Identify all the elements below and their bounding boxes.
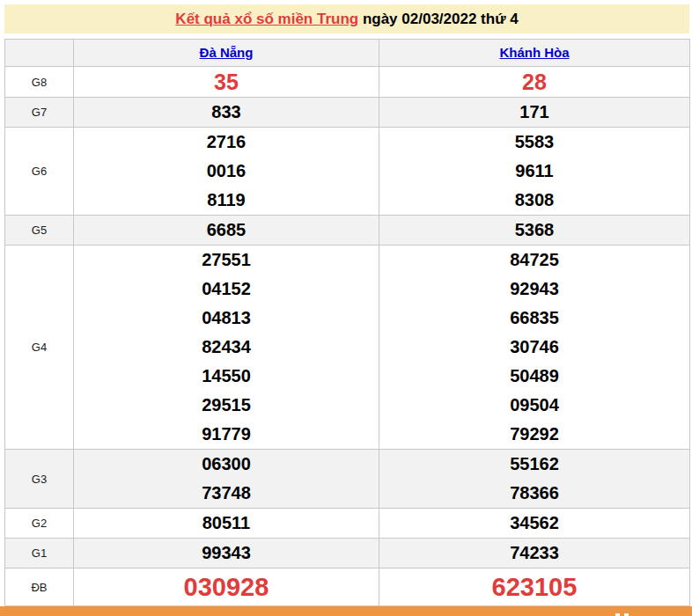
station-link-khanh-hoa[interactable]: Khánh Hòa — [499, 45, 569, 60]
result-cell-g8-da-nang: 35 — [74, 67, 379, 98]
lottery-results-page: Kết quả xổ số miền Trung ngày 02/03/2022… — [4, 4, 689, 606]
result-number: 80511 — [74, 509, 379, 538]
result-number: 28 — [379, 67, 689, 97]
result-cell-g7-khanh-hoa: 171 — [379, 98, 690, 128]
result-number: 34562 — [379, 509, 689, 538]
result-number: 84725 — [379, 246, 689, 275]
result-number: 66835 — [379, 304, 689, 333]
result-cell-g7-da-nang: 833 — [74, 98, 379, 128]
result-number: 91779 — [74, 420, 379, 449]
title-date-text: ngày 02/03/2022 thứ 4 — [358, 11, 518, 27]
result-number: 73748 — [74, 479, 379, 508]
station-header-da-nang: Đà Nẵng — [74, 40, 379, 67]
station-header-khanh-hoa: Khánh Hòa — [379, 40, 690, 67]
result-cell-g1-da-nang: 99343 — [74, 539, 379, 568]
prize-label-g4: G4 — [5, 246, 74, 450]
result-number: 04152 — [74, 275, 379, 304]
result-cell-g8-khanh-hoa: 28 — [379, 67, 690, 98]
prize-label-g2: G2 — [5, 509, 74, 539]
prize-row-g2: G28051134562 — [5, 509, 690, 539]
result-cell-g2-khanh-hoa: 34562 — [379, 509, 690, 539]
result-number: 55162 — [379, 450, 689, 479]
prize-label-db: ĐB — [5, 568, 74, 606]
station-link-da-nang[interactable]: Đà Nẵng — [200, 45, 254, 60]
result-number: 06300 — [74, 450, 379, 479]
result-number: 79292 — [379, 420, 689, 449]
result-cell-db-khanh-hoa: 623105 — [379, 568, 690, 606]
result-number: 09504 — [379, 391, 689, 420]
prize-row-g3: G306300737485516278366 — [5, 450, 690, 509]
result-cell-g5-khanh-hoa: 5368 — [379, 216, 690, 246]
results-table: Đà NẵngKhánh Hòa G83528G7833171G62716001… — [4, 39, 690, 606]
result-number: 9611 — [379, 157, 689, 186]
result-number: 14550 — [74, 362, 379, 391]
results-tbody: G83528G7833171G6271600168119558396118308… — [5, 67, 690, 606]
result-number: 8308 — [379, 186, 689, 215]
result-number: 27551 — [74, 246, 379, 275]
prize-label-g7: G7 — [5, 98, 74, 128]
page-title: Kết quả xổ số miền Trung ngày 02/03/2022… — [4, 4, 689, 33]
result-number: 171 — [379, 98, 689, 127]
result-number: 92943 — [379, 275, 689, 304]
result-number: 35 — [74, 67, 379, 97]
prize-label-g5: G5 — [5, 216, 74, 246]
result-number: 50489 — [379, 362, 689, 391]
result-number: 030928 — [74, 568, 379, 605]
result-number: 623105 — [379, 568, 689, 605]
result-number: 82434 — [74, 333, 379, 362]
prize-row-db: ĐB030928623105 — [5, 568, 690, 606]
title-link[interactable]: Kết quả xổ số miền Trung — [175, 11, 358, 27]
prize-row-g7: G7833171 — [5, 98, 690, 128]
next-section-header-bar — [0, 606, 692, 616]
prize-label-g1: G1 — [5, 539, 74, 568]
prize-row-g1: G19934374233 — [5, 539, 690, 568]
result-number: 74233 — [379, 539, 689, 568]
result-cell-g5-da-nang: 6685 — [74, 216, 379, 246]
prize-row-g5: G566855368 — [5, 216, 690, 246]
result-number: 6685 — [74, 216, 379, 245]
result-number: 30746 — [379, 333, 689, 362]
prize-label-g8: G8 — [5, 67, 74, 98]
result-cell-g2-da-nang: 80511 — [74, 509, 379, 539]
result-cell-g4-khanh-hoa: 84725929436683530746504890950479292 — [379, 246, 690, 450]
result-cell-g3-khanh-hoa: 5516278366 — [379, 450, 690, 509]
prize-label-g6: G6 — [5, 128, 74, 216]
prize-row-g4: G427551041520481382434145502951591779847… — [5, 246, 690, 450]
result-number: 04813 — [74, 304, 379, 333]
result-cell-g6-khanh-hoa: 558396118308 — [379, 128, 690, 216]
result-cell-g1-khanh-hoa: 74233 — [379, 539, 690, 568]
result-number: 0016 — [74, 157, 379, 186]
prize-row-g8: G83528 — [5, 67, 690, 98]
result-number: 8119 — [74, 186, 379, 215]
result-number: 78366 — [379, 479, 689, 508]
result-cell-g4-da-nang: 27551041520481382434145502951591779 — [74, 246, 379, 450]
result-number: 99343 — [74, 539, 379, 568]
result-number: 5583 — [379, 128, 689, 157]
prize-column-header — [5, 40, 74, 67]
prize-row-g6: G6271600168119558396118308 — [5, 128, 690, 216]
result-number: 29515 — [74, 391, 379, 420]
result-cell-db-da-nang: 030928 — [74, 568, 379, 606]
result-number: 833 — [74, 98, 379, 127]
result-cell-g6-da-nang: 271600168119 — [74, 128, 379, 216]
result-number: 5368 — [379, 216, 689, 245]
result-cell-g3-da-nang: 0630073748 — [74, 450, 379, 509]
result-number: 2716 — [74, 128, 379, 157]
station-header-row: Đà NẵngKhánh Hòa — [5, 40, 690, 67]
prize-label-g3: G3 — [5, 450, 74, 509]
